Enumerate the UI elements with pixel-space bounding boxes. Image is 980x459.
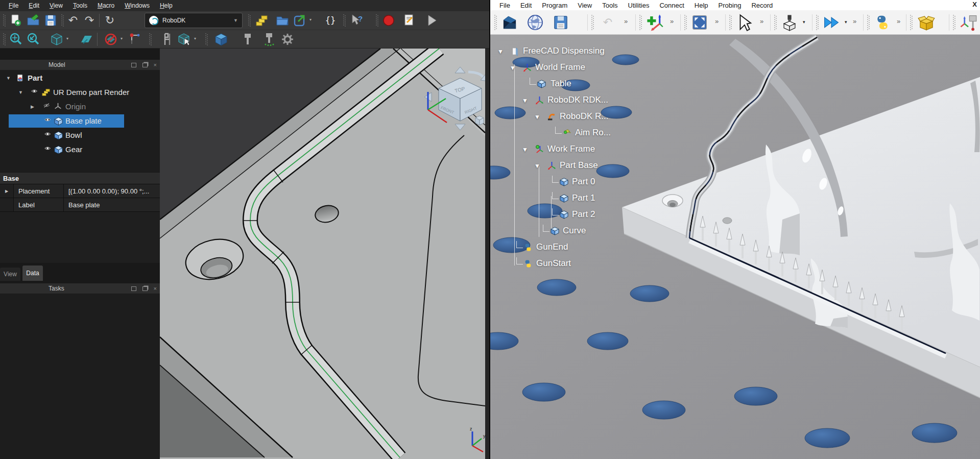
box-selection-icon[interactable] bbox=[177, 32, 192, 47]
workbench-selector[interactable]: RoboDK ▼ bbox=[145, 13, 243, 28]
globe-icon[interactable] bbox=[526, 13, 544, 32]
fit-view-icon[interactable] bbox=[690, 13, 709, 32]
freecad-3d-viewport[interactable]: TOP FRONT RIGHT z y x bbox=[160, 49, 485, 459]
menu-item-file[interactable]: File bbox=[494, 1, 515, 10]
expander-icon[interactable]: ▼ bbox=[522, 146, 528, 153]
save-icon[interactable] bbox=[43, 13, 58, 28]
chevron-down-icon[interactable]: ▾ bbox=[194, 36, 196, 41]
float-panel-icon[interactable] bbox=[142, 63, 148, 67]
model-tree-item-ur-demo-part-render[interactable]: ▼UR Demo part Render bbox=[0, 86, 160, 99]
chevron-down-icon[interactable]: ▾ bbox=[803, 19, 805, 25]
target-axes-icon[interactable] bbox=[959, 13, 977, 32]
menu-item-view[interactable]: View bbox=[572, 1, 597, 10]
chevron-down-icon[interactable]: ▾ bbox=[309, 17, 312, 22]
chevron-down-icon[interactable]: ▾ bbox=[66, 36, 68, 41]
record-macro-icon[interactable] bbox=[381, 13, 396, 28]
property-expander[interactable]: ▶ bbox=[0, 184, 14, 198]
menu-item-edit[interactable]: Edit bbox=[24, 1, 44, 10]
tab-view[interactable]: View bbox=[0, 268, 20, 281]
bounding-box-icon[interactable] bbox=[213, 32, 229, 47]
overflow-chevron-icon[interactable]: » bbox=[670, 17, 674, 25]
expander-icon[interactable]: ▼ bbox=[510, 64, 516, 71]
menu-item-edit[interactable]: Edit bbox=[515, 1, 537, 10]
property-value[interactable]: Base plate bbox=[64, 198, 160, 211]
station-icon bbox=[511, 47, 519, 59]
fast-forward-icon[interactable] bbox=[822, 13, 841, 32]
refresh-icon[interactable]: ↻ bbox=[102, 13, 117, 28]
menu-item-record[interactable]: Record bbox=[746, 1, 778, 10]
overflow-chevron-icon[interactable]: » bbox=[715, 17, 719, 25]
chevron-down-icon[interactable]: ▾ bbox=[121, 36, 123, 41]
tab-data[interactable]: Data bbox=[22, 265, 43, 281]
close-window-button[interactable]: X bbox=[972, 1, 977, 8]
model-tree-item-base-plate[interactable]: Base plate bbox=[0, 114, 160, 128]
cursor-icon[interactable] bbox=[735, 13, 754, 32]
menu-item-connect[interactable]: Connect bbox=[654, 1, 689, 10]
menu-item-help[interactable]: Help bbox=[155, 1, 177, 10]
expander-icon[interactable]: ▼ bbox=[497, 48, 504, 55]
whats-this-icon[interactable]: ? bbox=[349, 13, 365, 28]
model-tree-item-gear[interactable]: Gear bbox=[0, 143, 160, 156]
expander-icon[interactable]: ▶ bbox=[31, 104, 34, 109]
property-row-placement[interactable]: ▶Placement[(1.00 0.00 0.00); 90.00 °;... bbox=[0, 184, 160, 198]
menu-item-windows[interactable]: Windows bbox=[120, 1, 154, 10]
menu-item-probing[interactable]: Probing bbox=[713, 1, 747, 10]
chevron-down-icon[interactable]: ▾ bbox=[845, 19, 847, 25]
model-tree-item-bowl[interactable]: Bowl bbox=[0, 129, 160, 142]
menu-item-file[interactable]: File bbox=[4, 1, 23, 10]
part-steps-icon[interactable] bbox=[254, 13, 270, 28]
clip-plane-icon[interactable] bbox=[79, 32, 94, 47]
overflow-chevron-icon[interactable]: » bbox=[897, 17, 900, 25]
cube-icon bbox=[560, 194, 568, 205]
close-panel-icon[interactable]: × bbox=[154, 285, 157, 292]
tcp-tool-icon[interactable] bbox=[240, 32, 255, 47]
export-icon[interactable] bbox=[292, 13, 307, 28]
isometric-view-icon[interactable] bbox=[49, 32, 64, 47]
measure-icon[interactable] bbox=[159, 32, 175, 47]
undo-icon[interactable]: ↶ bbox=[65, 13, 81, 28]
open-document-icon[interactable] bbox=[26, 13, 41, 28]
expander-icon[interactable]: ▼ bbox=[534, 113, 540, 120]
open-folder-icon[interactable] bbox=[275, 13, 290, 28]
zoom-selection-icon[interactable] bbox=[26, 32, 41, 47]
package-box-icon[interactable] bbox=[917, 13, 936, 32]
machine-tool-icon[interactable] bbox=[780, 13, 799, 32]
expander-icon[interactable]: ▼ bbox=[522, 97, 528, 104]
menu-item-utilities[interactable]: Utilities bbox=[623, 1, 655, 10]
expander-icon[interactable]: ▼ bbox=[18, 90, 23, 95]
menu-item-help[interactable]: Help bbox=[689, 1, 713, 10]
menu-item-view[interactable]: View bbox=[45, 1, 67, 10]
open-icon[interactable] bbox=[500, 13, 519, 32]
property-row-label[interactable]: LabelBase plate bbox=[0, 198, 160, 212]
python-icon[interactable] bbox=[873, 13, 892, 32]
expander-icon[interactable]: ▼ bbox=[6, 76, 11, 81]
run-macro-icon[interactable] bbox=[424, 13, 439, 28]
overflow-chevron-icon[interactable]: » bbox=[760, 17, 763, 25]
property-value[interactable]: [(1.00 0.00 0.00); 90.00 °;... bbox=[64, 184, 160, 198]
restore-panel-icon[interactable] bbox=[131, 286, 136, 291]
new-document-icon[interactable] bbox=[8, 13, 23, 28]
restore-panel-icon[interactable] bbox=[131, 63, 136, 67]
menu-item-tools[interactable]: Tools bbox=[68, 1, 92, 10]
model-tree-item-origin[interactable]: ▶Origin bbox=[0, 100, 160, 113]
float-panel-icon[interactable] bbox=[142, 286, 148, 291]
fit-all-icon[interactable] bbox=[8, 32, 23, 47]
menu-item-macro[interactable]: Macro bbox=[93, 1, 119, 10]
undo-icon[interactable]: ↶ bbox=[599, 13, 617, 32]
save-icon[interactable] bbox=[552, 13, 570, 32]
overflow-chevron-icon[interactable]: » bbox=[853, 17, 856, 25]
settings-gear-icon[interactable] bbox=[280, 32, 295, 47]
add-frame-icon[interactable] bbox=[646, 13, 664, 32]
menu-item-tools[interactable]: Tools bbox=[597, 1, 623, 10]
axis-cross-icon[interactable] bbox=[127, 32, 142, 47]
close-panel-icon[interactable]: × bbox=[154, 62, 157, 68]
tcp-curve-icon[interactable] bbox=[261, 32, 277, 47]
redo-icon[interactable]: ↷ bbox=[82, 13, 97, 28]
model-tree-item-part[interactable]: ▼Part bbox=[0, 71, 160, 85]
visibility-toggle-icon[interactable] bbox=[103, 32, 118, 47]
expander-icon[interactable]: ▼ bbox=[534, 162, 540, 170]
braces-icon[interactable]: {} bbox=[323, 13, 338, 28]
menu-item-program[interactable]: Program bbox=[537, 1, 572, 10]
edit-macro-icon[interactable] bbox=[401, 13, 417, 28]
overflow-chevron-icon[interactable]: » bbox=[624, 17, 628, 25]
